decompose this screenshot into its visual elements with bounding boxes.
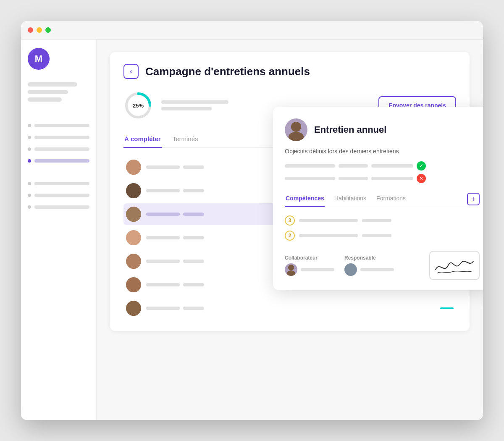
sidebar-nav-item-3[interactable] <box>28 147 89 151</box>
competence-level-1 <box>362 219 391 222</box>
app-window: M <box>21 21 483 420</box>
sidebar-item-3[interactable] <box>28 97 62 102</box>
detail-header: Entretien annuel <box>285 118 480 141</box>
sidebar-nav-label-4 <box>34 159 89 163</box>
obj-line-1c <box>371 164 413 168</box>
sidebar-dot-2 <box>28 136 31 139</box>
svg-point-18 <box>288 265 294 270</box>
svg-point-10 <box>130 256 137 263</box>
sidebar-item-2[interactable] <box>28 90 68 94</box>
main-content: ‹ Campagne d'entretiens annuels 25% <box>97 39 483 420</box>
donut-chart: 25% <box>123 91 153 120</box>
role-line-3 <box>183 213 204 216</box>
sidebar-item-1[interactable] <box>28 82 77 87</box>
detail-tab-formations[interactable]: Formations <box>375 192 407 207</box>
titlebar <box>21 21 483 39</box>
sidebar-nav-item-4-active[interactable] <box>28 159 89 163</box>
obj-line-1a <box>285 164 335 168</box>
avatar-6 <box>126 277 141 292</box>
svg-point-20 <box>348 265 354 270</box>
collaborateur-name <box>301 268 334 271</box>
back-icon: ‹ <box>130 68 132 75</box>
signature-box <box>429 251 480 280</box>
page-title: Campagne d'entretiens annuels <box>145 65 310 78</box>
obj-line-2a <box>285 177 335 180</box>
responsable-avatar <box>344 263 357 276</box>
progress-left: 25% <box>123 91 228 120</box>
name-line-2 <box>146 189 180 192</box>
role-line-7 <box>183 307 204 310</box>
svg-point-15 <box>129 310 139 316</box>
sidebar-nav-label-6 <box>34 194 89 197</box>
tab-completed[interactable]: Terminés <box>172 132 199 147</box>
page-header: ‹ Campagne d'entretiens annuels <box>123 64 456 79</box>
responsable-label: Responsable <box>344 255 394 261</box>
svg-point-17 <box>289 132 304 141</box>
signature-section: Collaborateur Responsa <box>285 251 480 280</box>
avatar-face-4 <box>126 230 141 245</box>
progress-bars <box>161 100 228 110</box>
sidebar-nav-item-5[interactable] <box>28 182 89 185</box>
svg-point-14 <box>130 303 137 310</box>
svg-point-8 <box>130 233 137 239</box>
objectives-section: ✓ ✕ <box>285 161 480 183</box>
responsable-section: Responsable <box>344 255 394 276</box>
name-line-5 <box>146 260 180 263</box>
svg-point-11 <box>129 263 139 269</box>
sidebar-dot-4 <box>28 159 31 163</box>
responsable-name <box>360 268 394 271</box>
status-no-icon: ✕ <box>417 174 426 183</box>
list-item[interactable] <box>123 297 456 319</box>
progress-indicator-7 <box>440 307 454 309</box>
progress-bar-2 <box>161 107 212 110</box>
sidebar-nav-label-2 <box>34 136 89 139</box>
role-line-6 <box>183 283 204 286</box>
svg-point-2 <box>130 162 137 169</box>
competence-badge-2: 2 <box>285 231 295 241</box>
sidebar-dot-6 <box>28 194 31 197</box>
competence-name-1 <box>299 219 358 222</box>
svg-point-4 <box>130 186 137 192</box>
role-line-5 <box>183 260 204 263</box>
objective-row-1: ✓ <box>285 161 480 171</box>
sidebar-dot-5 <box>28 182 31 185</box>
role-line-1 <box>183 165 204 169</box>
detail-subtitle: Objectifs définis lors des derniers entr… <box>285 148 480 155</box>
minimize-icon[interactable] <box>37 27 42 33</box>
obj-line-2b <box>339 177 368 180</box>
avatar-2 <box>126 183 141 198</box>
svg-point-16 <box>291 122 301 132</box>
tab-to-complete[interactable]: À compléter <box>123 132 162 147</box>
sidebar-nav-label-1 <box>34 124 89 127</box>
detail-panel: Entretien annuel Objectifs définis lors … <box>273 107 483 290</box>
role-line-2 <box>183 189 204 192</box>
competences-list: 3 2 <box>285 215 480 241</box>
avatar-face-7 <box>126 301 141 316</box>
maximize-icon[interactable] <box>45 27 51 33</box>
responsable-avatar-img <box>344 263 357 276</box>
competence-level-2 <box>362 234 391 237</box>
signature-svg <box>431 253 478 278</box>
sidebar-nav-item-7[interactable] <box>28 205 89 209</box>
donut-percent: 25% <box>133 102 144 109</box>
avatar-face-6 <box>126 277 141 292</box>
list-item-content-7 <box>146 307 435 310</box>
back-button[interactable]: ‹ <box>123 64 139 79</box>
svg-point-13 <box>129 286 139 292</box>
sidebar-nav-label-3 <box>34 147 89 151</box>
sidebar-nav-item-2[interactable] <box>28 136 89 139</box>
svg-point-9 <box>129 239 139 245</box>
detail-tab-habilitations[interactable]: Habilitations <box>333 192 367 207</box>
sidebar-nav-label-5 <box>34 182 89 185</box>
sidebar-nav-item-1[interactable] <box>28 124 89 127</box>
sidebar-dot-3 <box>28 147 31 151</box>
name-line-4 <box>146 236 180 239</box>
add-competence-button[interactable]: + <box>467 193 480 205</box>
close-icon[interactable] <box>28 27 33 33</box>
competence-badge-1: 3 <box>285 215 295 226</box>
collaborateur-avatar-img <box>285 263 297 276</box>
sidebar-dot-7 <box>28 205 31 209</box>
objective-row-2: ✕ <box>285 174 480 183</box>
detail-tab-competences[interactable]: Compétences <box>285 192 325 207</box>
sidebar-nav-item-6[interactable] <box>28 194 89 197</box>
